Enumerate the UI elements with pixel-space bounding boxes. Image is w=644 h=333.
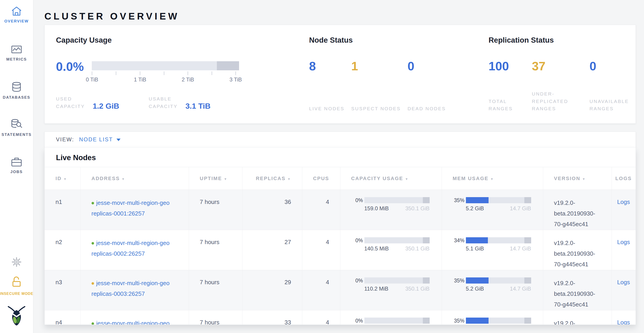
- node-address-link[interactable]: jesse-movr-multi-region-geo replicas-000…: [92, 199, 170, 217]
- logs-link[interactable]: Logs: [617, 198, 630, 205]
- settings-button[interactable]: [0, 257, 33, 268]
- node-cpus: 4: [326, 198, 329, 205]
- sort-arrow-icon: ▼: [405, 177, 408, 181]
- column-header-capacity-usage[interactable]: CAPACITY USAGE▼: [340, 167, 442, 190]
- capacity-used-value: 159.0 MiB: [364, 205, 389, 212]
- briefcase-icon: [11, 157, 22, 167]
- node-id: n2: [56, 239, 62, 245]
- node-version: v19.2.0-beta.20190930-70-g445ec41: [554, 318, 611, 325]
- tick-label: 1 TiB: [134, 77, 146, 83]
- mem-bar: [466, 277, 531, 283]
- sidebar-item-metrics[interactable]: METRICS: [0, 45, 33, 62]
- cockroachdb-logo[interactable]: [0, 305, 33, 327]
- capacity-gauge-endcap: [217, 61, 239, 70]
- column-header-replicas[interactable]: REPLICAS▼: [242, 167, 302, 190]
- node-id-cell: n2: [45, 230, 80, 270]
- capacity-used-value: 110.2 MiB: [364, 286, 388, 292]
- sidebar-footer: INSECURE MODE: [0, 257, 33, 333]
- logs-link[interactable]: Logs: [617, 319, 630, 325]
- view-label: VIEW:: [56, 136, 74, 143]
- usable-capacity-value: 3.1 TiB: [185, 102, 210, 111]
- capacity-meter: 0%: [351, 277, 442, 284]
- node-address-link[interactable]: jesse-movr-multi-region-geo replicas-000…: [92, 320, 170, 325]
- node-address-link[interactable]: jesse-movr-multi-region-geo replicas-000…: [92, 239, 170, 257]
- node-capacity-cell: 0% 140.5 MiB 350.1 GiB: [340, 230, 442, 270]
- node-status-title: Node Status: [309, 36, 452, 45]
- node-address-cell: jesse-movr-multi-region-geo replicas-000…: [80, 190, 189, 230]
- sidebar-item-overview[interactable]: OVERVIEW: [0, 6, 33, 24]
- suspect-nodes-label: SUSPECT NODES: [351, 105, 401, 113]
- sort-arrow-icon: ▼: [490, 177, 494, 181]
- sort-arrow-icon: ▼: [582, 177, 586, 181]
- view-dropdown[interactable]: NODE LIST: [79, 136, 120, 143]
- node-version: v19.2.0-beta.20190930-70-g445ec41: [554, 238, 611, 270]
- node-uptime-cell: 7 hours: [189, 270, 242, 310]
- capacity-percent: 0.0%: [56, 60, 92, 74]
- node-cpus-cell: 4: [302, 310, 340, 325]
- under-replicated-value: 37: [532, 60, 583, 73]
- live-nodes-table: ID▼ ADDRESS▼ UPTIME▼ REPLICAS▼ CPUS CAPA…: [45, 167, 636, 325]
- node-logs-cell: Logs: [612, 230, 636, 270]
- mem-bar: [466, 317, 531, 324]
- sidebar-item-statements[interactable]: STATEMENTS: [0, 119, 33, 137]
- live-nodes-title: Live Nodes: [56, 153, 636, 162]
- sidebar-item-label: OVERVIEW: [4, 19, 28, 24]
- capacity-gauge: 0.0% 0 TiB 1 TiB 2 TiB 3 TiB: [56, 61, 239, 83]
- column-header-uptime[interactable]: UPTIME▼: [189, 167, 242, 190]
- capacity-gauge-track: [92, 61, 239, 70]
- node-mem-cell: 34% 5.1 GiB 14.7 GiB: [442, 230, 543, 270]
- mem-total-value: 14.7 GiB: [510, 205, 531, 212]
- node-table-row: n4 jesse-movr-multi-region-geo replicas-…: [45, 310, 636, 325]
- chevron-down-icon: [116, 139, 120, 141]
- insecure-mode-indicator: INSECURE MODE: [0, 275, 33, 296]
- node-status-dot-icon: [92, 322, 94, 325]
- sidebar-item-label: DATABASES: [3, 95, 30, 100]
- column-header-address[interactable]: ADDRESS▼: [80, 167, 189, 190]
- dead-nodes-label: DEAD NODES: [408, 105, 446, 113]
- used-capacity-stat: USED CAPACITY 1.2 GiB: [56, 95, 119, 110]
- usable-capacity-stat: USABLE CAPACITY 3.1 TiB: [149, 95, 210, 110]
- logs-link[interactable]: Logs: [617, 239, 630, 245]
- node-address-link[interactable]: jesse-movr-multi-region-geo replicas-000…: [92, 280, 170, 297]
- sidebar-item-label: STATEMENTS: [2, 132, 32, 137]
- column-header-cpus[interactable]: CPUS: [302, 167, 340, 190]
- column-header-version[interactable]: VERSION▼: [543, 167, 612, 190]
- node-table-row: n3 jesse-movr-multi-region-geo replicas-…: [45, 270, 636, 310]
- usable-capacity-label: USABLE CAPACITY: [149, 95, 183, 110]
- logs-link[interactable]: Logs: [617, 279, 630, 286]
- node-id: n3: [56, 279, 62, 286]
- home-icon: [11, 6, 22, 16]
- node-uptime-cell: 7 hours: [189, 310, 242, 325]
- column-header-mem-usage[interactable]: MEM USAGE▼: [442, 167, 543, 190]
- node-id: n4: [56, 319, 62, 325]
- node-replicas-cell: 29: [242, 270, 302, 310]
- mem-total-value: 14.7 GiB: [510, 245, 531, 252]
- table-header-row: ID▼ ADDRESS▼ UPTIME▼ REPLICAS▼ CPUS CAPA…: [45, 167, 636, 190]
- page-title: CLUSTER OVERVIEW: [44, 11, 180, 22]
- used-capacity-value: 1.2 GiB: [93, 102, 119, 111]
- sidebar-item-databases[interactable]: DATABASES: [0, 82, 33, 100]
- statements-search-icon: [10, 119, 23, 130]
- node-mem-cell: 35% 5.2 GiB 14.7 GiB: [442, 310, 543, 325]
- tick-label: 0 TiB: [86, 77, 98, 83]
- sidebar-item-jobs[interactable]: JOBS: [0, 157, 33, 174]
- sidebar: OVERVIEW METRICS DATABASES: [0, 0, 33, 333]
- sidebar-item-label: METRICS: [6, 57, 27, 62]
- node-id: n1: [56, 198, 62, 205]
- node-cpus: 4: [326, 279, 329, 286]
- live-nodes-label: LIVE NODES: [309, 105, 344, 113]
- mem-bar: [466, 197, 531, 203]
- live-nodes-card: Live Nodes ID▼ ADDRESS▼ UPTIME▼ REPLICAS…: [44, 147, 636, 325]
- capacity-meter: 0%: [351, 197, 442, 203]
- node-replicas-cell: 36: [242, 190, 302, 230]
- node-uptime: 7 hours: [200, 239, 220, 245]
- node-version-cell: v19.2.0-beta.20190930-70-g445ec41: [543, 230, 612, 270]
- column-header-id[interactable]: ID▼: [45, 167, 80, 190]
- live-nodes-stat: 8 LIVE NODES: [309, 60, 351, 113]
- node-logs-cell: Logs: [612, 310, 636, 325]
- open-padlock-icon: [10, 275, 23, 288]
- capacity-total-value: 350.1 GiB: [406, 286, 430, 292]
- sort-arrow-icon: ▼: [64, 177, 67, 181]
- dead-nodes-stat: 0 DEAD NODES: [408, 60, 452, 113]
- node-replicas-cell: 27: [242, 230, 302, 270]
